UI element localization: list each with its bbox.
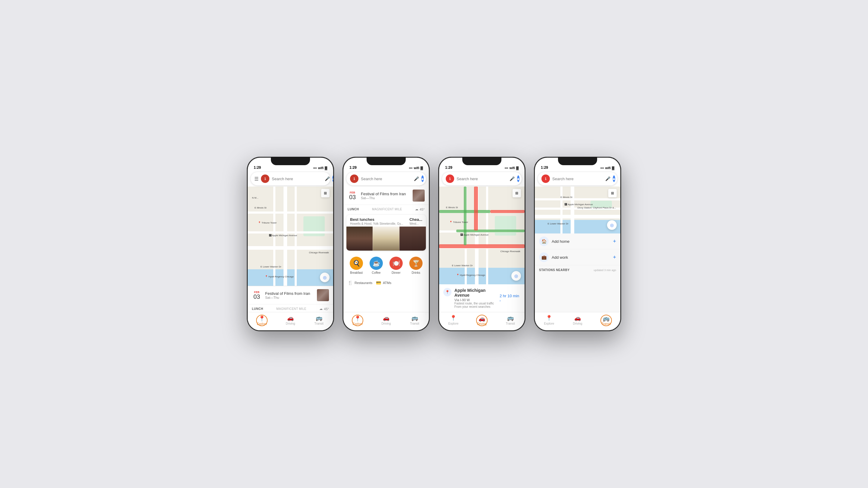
route-header-3: 📍 Apple Michigan Avenue Via I-90 W Faste… [443, 288, 520, 308]
transit-icon-4: 🚌 [603, 315, 610, 322]
event-subtitle-1: Sat—Thu [265, 296, 317, 299]
nav-transit-3[interactable]: 🚌 Transit [496, 315, 525, 326]
saved-place-home[interactable]: 🏠 Add home + [535, 233, 620, 250]
map-label3-tribune: 📍 Tribune Tower [450, 221, 468, 224]
road4-v3 [571, 187, 574, 233]
nav-icon-3[interactable]: ◆ [517, 175, 520, 182]
phone-1: 1:29 ▪▪▪ wifi ▓ ☰ 1 🎤 ◆ [247, 157, 334, 331]
mic-icon-2[interactable]: 🎤 [414, 176, 419, 181]
best-lunches-subtitle: Howells & Hood, Yolk Streeterville, Gy..… [350, 222, 403, 225]
map-label-hyatt: 📍 Hyatt Regency Chicago [265, 275, 294, 278]
notification-badge-1: 1 [261, 174, 269, 183]
phone-3-inner: 1:29 ▪▪▪ wifi ▓ 1 🎤 ◆ [439, 158, 525, 330]
notch-3 [462, 157, 501, 165]
location-button-1[interactable]: ◎ [320, 272, 330, 282]
nav-transit-1[interactable]: 🚌 Transit [305, 315, 333, 326]
event-subtitle-2: Sat—Thu [361, 196, 413, 200]
route-pin-icon-3: 📍 [443, 288, 452, 296]
stations-updated-4: updated 3 min ago [593, 269, 616, 272]
search-bar-1[interactable]: ☰ 1 🎤 ◆ [251, 172, 330, 185]
road4-v1 [560, 187, 562, 233]
map-area-1: E Illinois St N M... 📍 Tribune Tower 🅿 A… [248, 187, 333, 286]
add-work-plus[interactable]: + [613, 254, 616, 261]
search-bar-2[interactable]: 1 🎤 ◆ [346, 172, 426, 185]
map-label4-divvy: Divvy Station: Cityfront Plaza Dr &... [578, 206, 616, 209]
nav-icon-2[interactable]: ◆ [421, 175, 424, 182]
explore-icon-2: 📍 [354, 315, 361, 322]
nav-driving-3[interactable]: 🚗 Driving [468, 315, 496, 326]
layers-button-1[interactable]: ⊞ [321, 189, 330, 197]
layers-button-3[interactable]: ⊞ [513, 189, 521, 197]
map-label4-wacker: E Lower Wacker Dr [548, 222, 568, 225]
quick-link-restaurants[interactable]: 🍴 Restaurants [348, 281, 372, 285]
temp-2: 45° [420, 207, 425, 211]
map-bg-3: E Illinois St 📍 Tribune Tower 🅿 Apple Mi… [439, 187, 525, 284]
nav-driving-1[interactable]: 🚗 Driving [276, 315, 305, 326]
nav-driving-2[interactable]: 🚗 Driving [372, 315, 401, 326]
map-label3-wacker: E Lower Wacker Dr [452, 264, 473, 267]
search-input-3[interactable] [457, 176, 507, 181]
route-via-3: Via I-90 W [455, 298, 500, 302]
nav-icon-1[interactable]: ◆ [332, 175, 333, 182]
nav-transit-4[interactable]: 🚌 Transit [592, 315, 620, 326]
nav-icon-4[interactable]: ◆ [613, 175, 615, 182]
food-cat-drinks[interactable]: 🍸 Drinks [409, 257, 423, 274]
mic-icon-1[interactable]: 🎤 [325, 176, 330, 181]
phone-1-inner: 1:29 ▪▪▪ wifi ▓ ☰ 1 🎤 ◆ [248, 158, 333, 330]
search-bar-3[interactable]: 1 🎤 ◆ [442, 172, 522, 185]
lunch-weather-2: ☁ 45° [415, 207, 425, 211]
food-cat-dinner[interactable]: 🍽️ Dinner [390, 257, 403, 274]
transit-label-1: Transit [314, 322, 323, 325]
atms-label: ATMs [383, 281, 391, 285]
nav-explore-4[interactable]: 📍 Explore [535, 315, 563, 326]
driving-icon-3: 🚗 [478, 315, 485, 322]
lunch-weather-1: ☁ 45° [319, 307, 329, 311]
menu-icon-1[interactable]: ☰ [254, 176, 258, 182]
food-cat-breakfast[interactable]: 🍳 Breakfast [350, 257, 363, 274]
mic-icon-3[interactable]: 🎤 [509, 176, 515, 181]
search-input-4[interactable] [552, 176, 603, 181]
nav-driving-4[interactable]: 🚗 Driving [563, 315, 592, 326]
explore-label-3: Explore [448, 322, 458, 325]
best-lunches-card[interactable]: Best lunches Howells & Hood, Yolk Street… [346, 215, 426, 251]
nav-transit-2[interactable]: 🚌 Transit [400, 315, 429, 326]
nav-explore-2[interactable]: 📍 Explore [343, 315, 372, 326]
lunch-label-1: LUNCH [252, 307, 264, 311]
layers-button-4[interactable]: ⊞ [608, 189, 617, 197]
lunch-sublabel-2: MAGNIFICENT MILE [372, 207, 402, 211]
map-bg-1: E Illinois St N M... 📍 Tribune Tower 🅿 A… [248, 187, 333, 286]
search-bar-4[interactable]: 1 🎤 ◆ [538, 172, 617, 185]
explore-icon-4: 📍 [546, 315, 552, 321]
event-card-2: FEB 03 Festival of Films from Iran Sat—T… [343, 187, 429, 205]
mic-icon-4[interactable]: 🎤 [605, 176, 610, 181]
saved-place-work[interactable]: 💼 Add work + [535, 250, 620, 265]
status-time-1: 1:29 [254, 165, 261, 170]
home-icon-container: 🏠 [539, 236, 549, 246]
nav-explore-1[interactable]: 📍 Explore [248, 315, 276, 326]
battery-icon-1: ▓ [325, 166, 327, 170]
phone-3: 1:29 ▪▪▪ wifi ▓ 1 🎤 ◆ [438, 157, 526, 331]
transit-label-4: Transit [602, 322, 611, 326]
driving-icon-2: 🚗 [383, 315, 390, 321]
phone-4-inner: 1:29 ▪▪▪ wifi ▓ 1 🎤 ◆ [535, 158, 620, 330]
route-panel-3: 📍 Apple Michigan Avenue Via I-90 W Faste… [439, 284, 525, 312]
food-cat-coffee[interactable]: ☕ Coffee [370, 257, 383, 274]
nav-explore-3[interactable]: 📍 Explore [439, 315, 468, 326]
map-label-wacker: E Lower Wacker Dr [261, 265, 281, 268]
event-date-1: FEB 03 [252, 291, 261, 300]
lunch-row-1: LUNCH MAGNIFICENT MILE ☁ 45° [248, 304, 333, 312]
bottom-nav-1: 📍 Explore 🚗 Driving 🚌 Transit [248, 312, 333, 330]
route-arrow-3: › [500, 299, 500, 302]
notch-4 [558, 157, 597, 165]
weather-icon-1: ☁ [319, 307, 323, 311]
signal-icon-2: ▪▪▪ [409, 166, 413, 170]
event-thumb-img-2 [413, 190, 425, 202]
search-input-2[interactable] [361, 176, 411, 181]
add-home-plus[interactable]: + [613, 238, 616, 245]
search-input-1[interactable] [272, 176, 322, 181]
driving-label-2: Driving [381, 322, 391, 325]
quick-link-atms[interactable]: 💳 ATMs [376, 281, 391, 285]
best-lunches-title: Best lunches [350, 217, 403, 222]
location-button-3[interactable]: ◎ [512, 271, 521, 281]
road-h1 [248, 212, 333, 214]
